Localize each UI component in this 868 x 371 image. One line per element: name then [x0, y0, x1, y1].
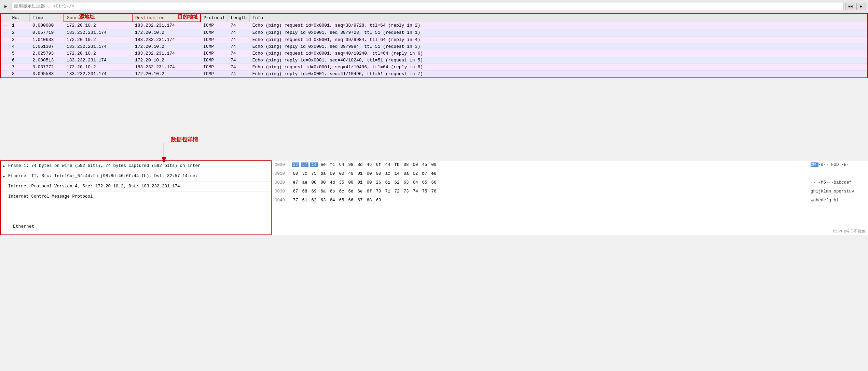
detail-row[interactable]: Internet Control Message Protocol [1, 192, 271, 202]
row-protocol: ICMP [201, 29, 228, 36]
row-length: 74 [228, 22, 250, 29]
table-row[interactable]: 8 3.095583 183.232.231.174 172.20.10.2 I… [1, 70, 867, 77]
hex-row: 0030 6768696a6b6c6d6e6f70717273747576 gh… [272, 187, 868, 196]
hex-ascii: ghijklmn opqrstuv [811, 189, 865, 194]
expand-arrow: ▶ [3, 174, 7, 179]
hex-byte: 69 [310, 189, 318, 194]
bottom-section: ▶ Frame 1: 74 bytes on wire (592 bits), … [0, 160, 868, 235]
row-length: 74 [228, 36, 250, 43]
row-time: 2.025793 [30, 50, 64, 57]
table-row[interactable]: 7 3.037772 172.20.10.2 183.232.231.174 I… [1, 63, 867, 70]
row-arrow: ← [1, 29, 9, 36]
nav-forward-button[interactable]: ▶ [856, 3, 866, 10]
hex-byte: fb [393, 162, 401, 167]
hex-byte: 00 [366, 171, 373, 176]
detail-annotation-label: 数据包详情 [171, 136, 198, 143]
hex-byte: 26 [375, 180, 382, 185]
hex-bytes: 325714eefc64988d466f44fb08004500 [292, 162, 811, 167]
col-no: No. [9, 14, 30, 22]
row-source: 183.232.231.174 [64, 43, 132, 50]
hex-byte: 8d [356, 162, 364, 167]
hex-ascii: · [811, 171, 865, 176]
hex-byte: 66 [430, 180, 438, 185]
row-destination: 183.232.231.174 [132, 63, 201, 70]
row-length: 74 [228, 63, 250, 70]
hex-byte: 63 [319, 198, 327, 203]
hex-byte: 08 [310, 180, 318, 185]
hex-byte: 68 [301, 189, 308, 194]
hex-byte: 67 [292, 189, 299, 194]
hex-byte: 00 [292, 171, 299, 176]
detail-text: Ethernet II, Src: IntelCor_6f:44:fb (98:… [8, 174, 198, 179]
row-no: 6 [9, 57, 30, 63]
hex-byte: 64 [338, 162, 345, 167]
hex-byte: e7 [292, 180, 299, 185]
row-time: 1.010633 [30, 36, 64, 43]
row-source: 172.20.10.2 [64, 50, 132, 57]
detail-text: Internet Control Message Protocol [8, 194, 93, 199]
hex-offset: 0030 [275, 189, 292, 194]
table-row[interactable]: → 1 0.000000 172.20.10.2 183.232.231.174… [1, 22, 867, 29]
hex-offset: 0010 [275, 171, 292, 176]
hex-byte: 14 [393, 171, 401, 176]
hex-row: 0000 325714eefc64988d466f44fb08004500 2W… [272, 160, 868, 169]
row-arrow: → [1, 22, 9, 29]
nav-back-button[interactable]: ◀◀ [845, 3, 855, 10]
hex-byte: 62 [310, 198, 318, 203]
row-info: Echo (ping) request id=0x0001, seq=38/97… [250, 22, 867, 29]
hex-byte: 67 [356, 198, 364, 203]
row-arrow [1, 63, 9, 70]
hex-byte: 65 [421, 180, 428, 185]
row-destination: 172.20.10.2 [132, 29, 201, 36]
row-arrow [1, 36, 9, 43]
row-no: 4 [9, 43, 30, 50]
hex-byte: 61 [301, 198, 308, 203]
hex-byte: 46 [366, 162, 373, 167]
table-row[interactable]: ← 2 0.057719 183.232.231.174 172.20.10.2… [1, 29, 867, 36]
row-protocol: ICMP [201, 43, 228, 50]
hex-byte: 00 [329, 171, 336, 176]
hex-byte: 01 [356, 180, 364, 185]
packet-list-section: No. Time Source Destination Protocol Len… [0, 13, 868, 78]
hex-byte: 66 [347, 198, 355, 203]
detail-text: Internet Protocol Version 4, Src: 172.20… [8, 184, 180, 189]
row-info: Echo (ping) reply id=0x0001, seq=41/1049… [250, 70, 867, 77]
row-source: 172.20.10.2 [64, 36, 132, 43]
detail-row[interactable]: Internet Protocol Version 4, Src: 172.20… [1, 182, 271, 192]
row-destination: 172.20.10.2 [132, 70, 201, 77]
col-time: Time [30, 14, 64, 22]
hex-byte: 74 [412, 189, 419, 194]
hex-byte: 01 [356, 171, 364, 176]
row-info: Echo (ping) request id=0x0001, seq=39/99… [250, 36, 867, 43]
table-row[interactable]: 3 1.010633 172.20.10.2 183.232.231.174 I… [1, 36, 867, 43]
hex-row: 0010 003c75ba000040010000ac140a02b7e8 · [272, 169, 868, 178]
detail-row[interactable]: ▶ Frame 1: 74 bytes on wire (592 bits), … [1, 161, 271, 171]
hex-byte: 02 [412, 171, 419, 176]
hex-byte: 00 [347, 180, 355, 185]
hex-byte: 44 [384, 162, 391, 167]
hex-byte: 00 [430, 162, 438, 167]
detail-row[interactable]: ▶ Ethernet II, Src: IntelCor_6f:44:fb (9… [1, 171, 271, 182]
filter-input[interactable] [12, 2, 843, 11]
hex-row: 0040 77616263646566676869 wabcdefg hi [272, 196, 868, 205]
row-info: Echo (ping) reply id=0x0001, seq=40/1024… [250, 57, 867, 63]
hex-byte: 6e [356, 189, 364, 194]
table-row[interactable]: 6 2.080513 183.232.231.174 172.20.10.2 I… [1, 57, 867, 63]
watermark: CSDN @今日不优鱼 [833, 229, 865, 234]
hex-byte: 40 [347, 171, 355, 176]
row-protocol: ICMP [201, 50, 228, 57]
hex-byte: 3c [301, 171, 308, 176]
table-row[interactable]: 5 2.025793 172.20.10.2 183.232.231.174 I… [1, 50, 867, 57]
hex-byte: 6b [329, 189, 336, 194]
row-info: Echo (ping) request id=0x0001, seq=40/10… [250, 50, 867, 57]
row-arrow [1, 70, 9, 77]
hex-byte: ac [384, 171, 391, 176]
hex-byte: 08 [402, 162, 410, 167]
table-row[interactable]: 4 1.061307 183.232.231.174 172.20.10.2 I… [1, 43, 867, 50]
hex-bytes: 003c75ba000040010000ac140a02b7e8 [292, 171, 811, 176]
row-no: 2 [9, 29, 30, 36]
hex-panel: 0000 325714eefc64988d466f44fb08004500 2W… [272, 160, 868, 235]
expand-arrow: ▶ [3, 164, 7, 168]
hex-byte: 32 [292, 162, 299, 167]
hex-byte: 35 [338, 180, 345, 185]
